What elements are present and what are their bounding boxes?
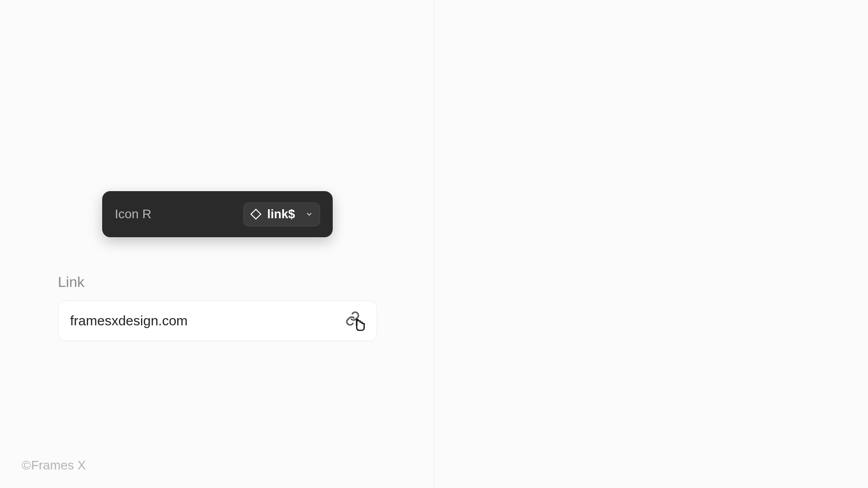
right-pane: Icon R badg... Icon R Label Copied Link … [434,0,868,488]
diamond-icon [250,208,262,220]
property-label-icon-r: Icon R [115,207,151,221]
property-row-icon-r: Icon R link$ [115,201,320,227]
chevron-down-icon [305,210,313,218]
footer-copyright: ©Frames X [22,458,86,473]
pointer-cursor-icon [351,318,368,334]
properties-panel-left: Icon R link$ [102,191,333,237]
link-value: framesxdesign.com [70,313,188,328]
left-pane: Icon R link$ Link framesxdesign.com [0,0,434,488]
link-label: Link [58,274,377,291]
icon-r-select[interactable]: link$ [243,202,320,226]
select-value: link$ [267,207,300,221]
link-icon-slot[interactable] [345,311,365,331]
link-input-left[interactable]: framesxdesign.com [58,300,377,341]
link-field-block-left: Link framesxdesign.com [58,274,377,341]
